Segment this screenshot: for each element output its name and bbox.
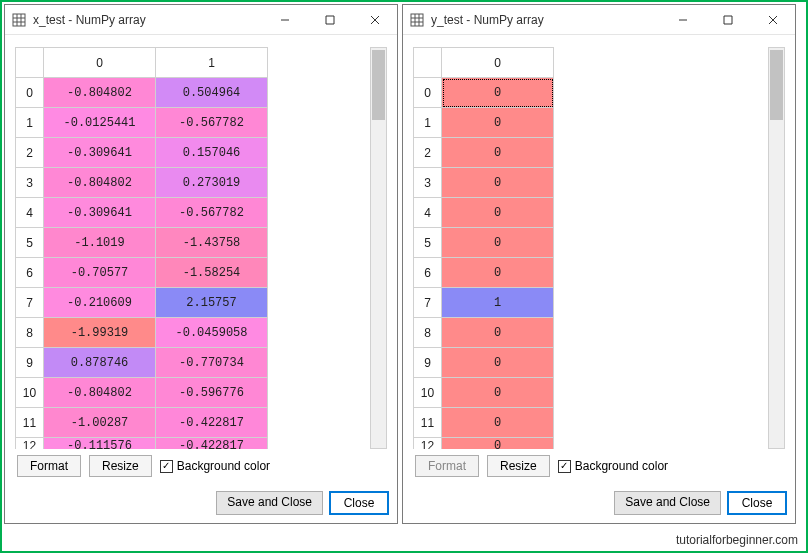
data-cell[interactable]: 0	[442, 138, 554, 168]
grid-icon	[409, 12, 425, 28]
row-header[interactable]: 2	[414, 138, 442, 168]
data-cell[interactable]: -0.770734	[156, 348, 268, 378]
titlebar[interactable]: x_test - NumPy array	[5, 5, 397, 35]
data-cell[interactable]: 0	[442, 408, 554, 438]
data-cell[interactable]: 0	[442, 108, 554, 138]
data-cell[interactable]: -0.0459058	[156, 318, 268, 348]
background-color-label: Background color	[575, 459, 668, 473]
row-header[interactable]: 1	[414, 108, 442, 138]
row-header[interactable]: 10	[16, 378, 44, 408]
data-cell[interactable]: -0.0125441	[44, 108, 156, 138]
data-cell[interactable]: -1.1019	[44, 228, 156, 258]
data-cell[interactable]: 0	[442, 198, 554, 228]
window-title: x_test - NumPy array	[33, 13, 262, 27]
data-cell[interactable]: 0	[442, 168, 554, 198]
toolbar: FormatResize✓Background color	[413, 449, 785, 479]
background-color-checkbox[interactable]: ✓Background color	[558, 459, 668, 473]
data-cell[interactable]: 0.273019	[156, 168, 268, 198]
resize-button[interactable]: Resize	[487, 455, 550, 477]
data-cell[interactable]: -0.422817	[156, 438, 268, 450]
row-header[interactable]: 2	[16, 138, 44, 168]
data-cell[interactable]: -0.210609	[44, 288, 156, 318]
minimize-button[interactable]	[262, 6, 307, 34]
row-header[interactable]: 12	[414, 438, 442, 450]
data-cell[interactable]: -1.00287	[44, 408, 156, 438]
row-header[interactable]: 4	[16, 198, 44, 228]
save-and-close-button[interactable]: Save and Close	[614, 491, 721, 515]
row-header[interactable]: 6	[414, 258, 442, 288]
minimize-button[interactable]	[660, 6, 705, 34]
maximize-button[interactable]	[705, 6, 750, 34]
data-cell[interactable]: -1.58254	[156, 258, 268, 288]
data-cell[interactable]: -0.567782	[156, 198, 268, 228]
close-window-button[interactable]	[352, 6, 397, 34]
row-header[interactable]: 1	[16, 108, 44, 138]
row-header[interactable]: 7	[414, 288, 442, 318]
row-header[interactable]: 9	[414, 348, 442, 378]
data-cell[interactable]: -0.596776	[156, 378, 268, 408]
data-cell[interactable]: -1.99319	[44, 318, 156, 348]
data-cell[interactable]: 0	[442, 228, 554, 258]
column-header[interactable]: 0	[442, 48, 554, 78]
close-button[interactable]: Close	[329, 491, 389, 515]
data-cell[interactable]: -0.804802	[44, 168, 156, 198]
row-header[interactable]: 9	[16, 348, 44, 378]
data-cell[interactable]: -0.309641	[44, 198, 156, 228]
data-cell[interactable]: 1	[442, 288, 554, 318]
vertical-scrollbar[interactable]	[370, 47, 387, 449]
svg-rect-0	[13, 14, 25, 26]
data-cell[interactable]: 0	[442, 438, 554, 450]
data-table[interactable]: 000102030405060718090100110120	[413, 47, 554, 449]
titlebar[interactable]: y_test - NumPy array	[403, 5, 795, 35]
row-header[interactable]: 10	[414, 378, 442, 408]
format-button: Format	[415, 455, 479, 477]
row-header[interactable]: 4	[414, 198, 442, 228]
data-cell[interactable]: 0	[442, 348, 554, 378]
data-cell[interactable]: -1.43758	[156, 228, 268, 258]
resize-button[interactable]: Resize	[89, 455, 152, 477]
data-cell[interactable]: 0	[442, 378, 554, 408]
scrollbar-thumb[interactable]	[372, 50, 385, 120]
data-cell[interactable]: -0.422817	[156, 408, 268, 438]
data-cell[interactable]: 0	[442, 318, 554, 348]
data-cell[interactable]: -0.567782	[156, 108, 268, 138]
grid-icon	[11, 12, 27, 28]
column-header[interactable]: 1	[156, 48, 268, 78]
data-cell[interactable]: 0.504964	[156, 78, 268, 108]
data-cell[interactable]: -0.804802	[44, 378, 156, 408]
background-color-checkbox[interactable]: ✓Background color	[160, 459, 270, 473]
row-header[interactable]: 6	[16, 258, 44, 288]
row-header[interactable]: 8	[16, 318, 44, 348]
data-cell[interactable]: 0.157046	[156, 138, 268, 168]
watermark-text: tutorialforbeginner.com	[676, 533, 798, 547]
row-header[interactable]: 8	[414, 318, 442, 348]
vertical-scrollbar[interactable]	[768, 47, 785, 449]
data-cell[interactable]: -0.111576	[44, 438, 156, 450]
format-button[interactable]: Format	[17, 455, 81, 477]
data-cell[interactable]: 0	[442, 78, 554, 108]
data-cell[interactable]: -0.309641	[44, 138, 156, 168]
data-cell[interactable]: -0.70577	[44, 258, 156, 288]
row-header[interactable]: 0	[414, 78, 442, 108]
save-and-close-button[interactable]: Save and Close	[216, 491, 323, 515]
scrollbar-thumb[interactable]	[770, 50, 783, 120]
dialog-buttons: Save and CloseClose	[403, 487, 795, 523]
row-header[interactable]: 11	[414, 408, 442, 438]
close-button[interactable]: Close	[727, 491, 787, 515]
row-header[interactable]: 11	[16, 408, 44, 438]
column-header[interactable]: 0	[44, 48, 156, 78]
data-cell[interactable]: 0.878746	[44, 348, 156, 378]
data-cell[interactable]: -0.804802	[44, 78, 156, 108]
row-header[interactable]: 0	[16, 78, 44, 108]
row-header[interactable]: 3	[414, 168, 442, 198]
data-table[interactable]: 010-0.8048020.5049641-0.0125441-0.567782…	[15, 47, 268, 449]
maximize-button[interactable]	[307, 6, 352, 34]
data-cell[interactable]: 0	[442, 258, 554, 288]
row-header[interactable]: 12	[16, 438, 44, 450]
row-header[interactable]: 5	[414, 228, 442, 258]
row-header[interactable]: 3	[16, 168, 44, 198]
row-header[interactable]: 5	[16, 228, 44, 258]
row-header[interactable]: 7	[16, 288, 44, 318]
data-cell[interactable]: 2.15757	[156, 288, 268, 318]
close-window-button[interactable]	[750, 6, 795, 34]
